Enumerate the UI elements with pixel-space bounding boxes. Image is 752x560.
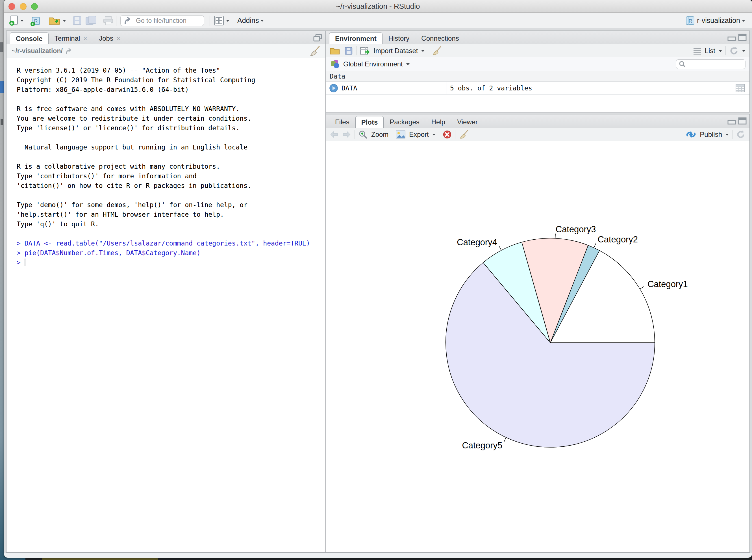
tab-plots[interactable]: Plots: [355, 116, 384, 128]
section-header-label: Data: [330, 73, 345, 80]
addins-button[interactable]: Addins: [237, 13, 264, 28]
restore-panes-icon[interactable]: [313, 34, 323, 42]
toolbar-separator: [428, 46, 428, 55]
pie-slice-label: Category2: [597, 235, 638, 244]
remove-plot-icon[interactable]: [443, 130, 452, 139]
workspace-panes-button[interactable]: [214, 13, 229, 28]
new-file-button[interactable]: [9, 13, 24, 28]
goto-directory-arrow-icon[interactable]: [65, 48, 74, 55]
tab-help[interactable]: Help: [425, 116, 451, 128]
clear-console-broom-icon[interactable]: [309, 46, 320, 57]
pie-label-tick: [504, 437, 506, 442]
chevron-down-icon[interactable]: [719, 50, 722, 52]
environment-scope-label[interactable]: Global Environment: [343, 60, 403, 68]
pie-slice-label: Category5: [462, 440, 503, 451]
goto-file-function-input[interactable]: Go to file/function: [120, 15, 204, 26]
console-line: > pie(DATA$Number.of.Times, DATA$Categor…: [17, 248, 321, 258]
tab-files[interactable]: Files: [329, 116, 355, 128]
toolbar-separator: [392, 130, 392, 139]
save-button[interactable]: [72, 13, 82, 28]
console-prompt-line: >: [17, 258, 321, 267]
chevron-down-icon[interactable]: [726, 134, 729, 136]
tab-packages[interactable]: Packages: [384, 116, 425, 128]
pie-label-tick: [594, 243, 596, 248]
global-environment-icon: [330, 59, 340, 69]
save-icon: [72, 16, 82, 25]
refresh-plot-icon[interactable]: [736, 130, 746, 139]
zoom-plot-label[interactable]: Zoom: [371, 131, 388, 138]
tab-connections[interactable]: Connections: [415, 32, 465, 44]
tab-jobs[interactable]: Jobs×: [93, 32, 126, 44]
open-folder-icon: [48, 16, 61, 26]
console-pane: ConsoleTerminal×Jobs× ~/r-visualization/: [6, 31, 326, 553]
workspace: ConsoleTerminal×Jobs× ~/r-visualization/: [4, 28, 752, 553]
text-cursor: [25, 259, 25, 266]
close-icon[interactable]: ×: [83, 35, 87, 42]
clear-environment-broom-icon[interactable]: [432, 46, 442, 56]
environment-search-input[interactable]: [676, 59, 746, 69]
desktop-fragment: [1, 119, 3, 125]
new-file-icon: [9, 15, 19, 26]
tab-viewer[interactable]: Viewer: [451, 116, 484, 128]
load-workspace-folder-icon[interactable]: [330, 46, 341, 55]
project-selector[interactable]: R r-visualization: [685, 13, 745, 28]
print-button[interactable]: [103, 13, 114, 28]
console-line: 'citation()' on how to cite R or R packa…: [17, 181, 321, 191]
environment-section-header: Data: [326, 71, 749, 82]
close-icon[interactable]: ×: [117, 35, 120, 42]
tab-terminal[interactable]: Terminal×: [48, 32, 93, 44]
expand-object-play-icon[interactable]: [329, 84, 338, 93]
chevron-down-icon[interactable]: [742, 50, 746, 52]
toolbar-separator: [439, 130, 439, 139]
console-line: [17, 191, 321, 200]
next-plot-arrow-icon[interactable]: [342, 131, 351, 138]
publish-icon: [686, 130, 696, 139]
environment-tabbar: EnvironmentHistoryConnections: [326, 31, 749, 44]
console-output[interactable]: R version 3.6.1 (2019-07-05) -- "Action …: [6, 58, 325, 552]
maximize-pane-icon[interactable]: [738, 117, 747, 125]
chevron-down-icon[interactable]: [406, 63, 410, 65]
clear-all-plots-broom-icon[interactable]: [459, 130, 469, 139]
new-project-button[interactable]: R: [30, 13, 41, 28]
tab-history[interactable]: History: [383, 32, 415, 44]
previous-plot-arrow-icon[interactable]: [330, 131, 339, 138]
desktop-selected-item-fragment: [0, 81, 4, 93]
chevron-down-icon[interactable]: [226, 20, 229, 22]
pie-label-tick: [499, 246, 502, 250]
chevron-down-icon[interactable]: [421, 50, 425, 52]
plots-tabbar: FilesPlotsPackagesHelpViewer: [326, 115, 749, 128]
rstudio-window: ~/r-visualization - RStudio R: [4, 0, 752, 558]
chevron-down-icon[interactable]: [432, 134, 435, 136]
environment-pane: EnvironmentHistoryConnections: [325, 31, 750, 113]
open-file-button[interactable]: [48, 13, 66, 28]
pie-label-tick: [640, 286, 644, 289]
titlebar[interactable]: ~/r-visualization - RStudio: [4, 0, 752, 13]
view-table-icon[interactable]: [735, 84, 745, 93]
refresh-icon[interactable]: [729, 46, 739, 56]
console-line: Platform: x86_64-apple-darwin15.6.0 (64-…: [17, 85, 321, 94]
console-line: R is free software and comes with ABSOLU…: [17, 104, 321, 114]
console-tabbar: ConsoleTerminal×Jobs×: [6, 31, 325, 44]
zoom-plot-icon: [358, 130, 368, 139]
chevron-down-icon[interactable]: [63, 20, 66, 22]
minimize-pane-icon[interactable]: [727, 117, 736, 125]
maximize-pane-icon[interactable]: [738, 34, 747, 41]
environment-object-row[interactable]: DATA 5 obs. of 2 variables: [326, 82, 749, 95]
save-all-button[interactable]: [85, 13, 97, 28]
import-dataset-label[interactable]: Import Dataset: [373, 47, 418, 55]
minimize-pane-icon[interactable]: [727, 34, 736, 41]
tab-environment[interactable]: Environment: [329, 33, 383, 44]
export-plot-label[interactable]: Export: [409, 131, 429, 138]
tab-console[interactable]: Console: [10, 33, 48, 44]
chevron-down-icon[interactable]: [20, 20, 24, 22]
chevron-down-icon: [742, 20, 745, 22]
console-line: Type 'demo()' for some demos, 'help()' f…: [17, 200, 321, 209]
list-view-label[interactable]: List: [705, 47, 715, 55]
chevron-down-icon: [261, 20, 264, 22]
save-workspace-icon[interactable]: [344, 47, 353, 55]
goto-arrow-icon: [124, 17, 133, 24]
pie-slice-label: Category4: [457, 237, 497, 247]
publish-label[interactable]: Publish: [700, 131, 722, 138]
pie-slice-label: Category3: [556, 224, 596, 234]
object-name[interactable]: DATA: [342, 84, 357, 92]
